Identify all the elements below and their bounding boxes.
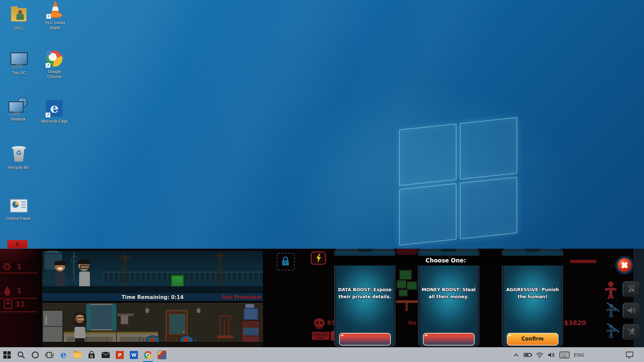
hanging-bulb [198,303,199,309]
running-game-button[interactable] [155,348,169,362]
edge-icon: e [60,350,66,360]
speaker-icon [548,352,555,358]
confirm-button[interactable]: Confirm [507,333,558,346]
screen: DELL ↗ VLC media player This PC ↗ Goog [0,0,644,362]
disabled-person-icon [605,303,617,320]
desktop-icon-label: Network [4,117,32,122]
game-window: ♻ 1 1 11 [0,249,644,347]
counter-divider [0,272,38,274]
desktop-icon-edge[interactable]: e ↗ Microsoft Edge [40,99,68,124]
mail-icon [101,352,110,358]
desktop-icon-label: Google Chrome [40,69,68,79]
chrome-icon: ↗ [45,49,64,68]
desktop-icon-network[interactable]: Network [4,97,32,122]
water-resource-icon [3,286,11,298]
monitor-icon [9,50,29,70]
search-button[interactable] [14,348,28,362]
desktop-icon-label: DELL [5,26,33,31]
search-icon [17,351,25,359]
file-explorer-button[interactable] [70,348,85,362]
stacked-boxes [244,308,258,320]
cortana-icon [31,351,39,359]
task-view-button[interactable] [42,348,56,362]
street-scene [42,251,263,294]
desktop-icon-label: Microsoft Edge [40,119,68,124]
tray-language[interactable]: ENG [572,348,587,362]
vlc-cone-icon: ↗ [45,0,65,19]
recycle-bin-icon: ♻ [9,145,29,164]
floor [42,342,263,347]
speaker-icon [627,306,636,314]
show-desktop-edge[interactable] [637,348,644,362]
tray-chevron-up[interactable] [511,348,522,362]
windows-logo-pane [460,117,517,180]
desktop-icon-chrome[interactable]: ↗ Google Chrome [40,49,68,79]
touch-keyboard-icon [559,352,570,358]
start-button[interactable] [0,348,14,362]
game-app-icon [158,351,166,359]
antenna-mast [73,252,74,281]
hanging-bulb [147,303,148,309]
windows-logo-pane [399,124,457,186]
desktop-icon-dell[interactable]: DELL [5,5,33,31]
network-globe-icon [8,97,28,116]
music-mute-button[interactable] [623,281,640,297]
counter-divider [0,298,38,299]
tray-battery[interactable] [522,348,534,362]
taskbar-edge-button[interactable]: e [56,348,70,362]
tray-volume[interactable] [545,348,557,362]
action-center-icon [626,351,634,359]
word-button[interactable]: W [127,348,141,362]
phone-notch [525,249,540,252]
shortcut-arrow-icon: ↗ [46,113,50,117]
money-stat-value: $3820 [564,319,586,326]
cortana-button[interactable] [28,348,42,362]
phone-notch [441,249,457,252]
select-money-boost-button[interactable] [423,333,475,346]
sound-button[interactable] [623,302,640,318]
counter-divider [0,311,38,312]
time-bar: Time Remaining: 0:14 San Francisco [42,294,263,301]
deck-resource-icon [4,300,12,309]
windows-logo-pane [399,183,457,246]
desktop-icon-recycle-bin[interactable]: ♻ Recycle Bin [5,145,33,170]
card-description: AGGRESSIVE: Punish the human! [504,286,560,300]
powerpoint-icon: P [116,351,124,359]
lock-icon [281,256,290,266]
red-bar [570,260,596,263]
desktop-icon-vlc[interactable]: ↗ VLC media player [41,0,69,31]
battery-icon [524,353,532,357]
desktop-icon-control-panel[interactable]: Control Panel [4,196,32,221]
desktop-icon-label: Recycle Bin [5,165,33,170]
action-center-button[interactable] [623,348,637,362]
close-x-icon [620,261,629,269]
energy-slot[interactable] [311,251,326,265]
tray-wifi[interactable] [534,348,545,362]
tray-touch-keyboard[interactable] [557,348,572,362]
task-view-icon [45,351,54,359]
skull-icon [313,317,326,331]
house-scene [42,303,263,347]
wifi-icon [536,352,543,358]
dialog-title-bar: Choose One: [327,256,564,265]
recycle-resource-icon: ♻ [2,261,12,272]
microsoft-store-button[interactable] [85,348,99,362]
folder-icon [9,5,29,25]
pin-toggle-button[interactable] [623,324,640,340]
select-data-boost-button[interactable] [339,333,391,346]
taskbar-chrome-button[interactable] [141,348,155,362]
recycle-count: 1 [17,263,22,271]
kitchen-window [89,304,114,330]
card-description: DATA BOOST: Expose their private details… [337,286,393,300]
hacker-desk [396,269,418,311]
tray-spacer [587,348,623,362]
close-dialog-button[interactable] [615,255,634,275]
taskbar: e P W [0,347,644,362]
powerpoint-button[interactable]: P [113,348,127,362]
control-panel-icon [8,196,28,215]
desktop-icon-this-pc[interactable]: This PC [5,50,33,76]
next-city-partial-text: Ne [408,320,416,326]
towel-rack [117,313,133,316]
word-icon: W [130,351,138,359]
mail-button[interactable] [99,348,113,362]
